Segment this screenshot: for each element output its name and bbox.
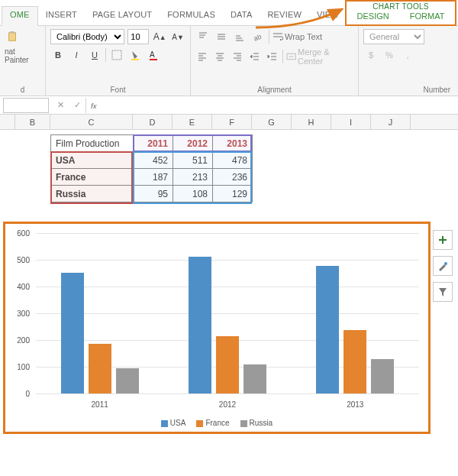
- italic-button[interactable]: I: [69, 47, 84, 63]
- percent-icon[interactable]: %: [382, 47, 397, 63]
- table-cell[interactable]: 129: [213, 186, 253, 202]
- chart-elements-button[interactable]: [433, 230, 453, 250]
- col-header[interactable]: I: [331, 115, 371, 129]
- col-header[interactable]: H: [292, 115, 331, 129]
- bar-france-2012[interactable]: [216, 336, 239, 393]
- tab-design[interactable]: DESIGN: [357, 11, 389, 21]
- table-corner[interactable]: Film Production: [51, 135, 134, 152]
- merge-center-button[interactable]: Merge & Center: [286, 47, 353, 66]
- accept-formula-icon[interactable]: ✓: [69, 100, 85, 110]
- svg-text:ab: ab: [253, 33, 263, 42]
- font-family-select[interactable]: Calibri (Body): [50, 29, 124, 44]
- decrease-font-icon[interactable]: A▼: [170, 29, 185, 44]
- bar-russia-2011[interactable]: [116, 368, 139, 393]
- borders-button[interactable]: [109, 47, 124, 63]
- table-cell[interactable]: 187: [134, 169, 173, 186]
- svg-marker-33: [250, 55, 252, 58]
- align-top-icon[interactable]: [195, 29, 211, 44]
- col-header[interactable]: G: [252, 115, 292, 129]
- align-right-icon[interactable]: [231, 49, 245, 64]
- increase-font-icon[interactable]: A▲: [152, 29, 167, 44]
- chart-filters-button[interactable]: [433, 282, 453, 302]
- table-row: France 187 213 236: [51, 169, 253, 186]
- col-header[interactable]: D: [133, 115, 173, 129]
- col-header[interactable]: B: [15, 115, 50, 129]
- decrease-indent-icon[interactable]: [247, 49, 262, 64]
- bar-russia-2013[interactable]: [371, 359, 394, 393]
- align-bottom-icon[interactable]: [232, 29, 247, 44]
- col-header[interactable]: E: [173, 115, 212, 129]
- name-box[interactable]: [3, 98, 49, 113]
- col-header[interactable]: C: [50, 115, 133, 129]
- table-year[interactable]: 2011: [134, 135, 173, 152]
- svg-text:A: A: [150, 50, 155, 59]
- worksheet-grid[interactable]: Film Production 2011 2012 2013 USA 452 5…: [0, 130, 458, 451]
- formula-input[interactable]: [105, 101, 458, 110]
- increase-indent-icon[interactable]: [265, 49, 279, 64]
- column-headers: B C D E F G H I J: [0, 115, 458, 130]
- bold-button[interactable]: B: [50, 47, 66, 63]
- row-label[interactable]: USA: [51, 152, 134, 169]
- align-left-icon[interactable]: [195, 49, 210, 64]
- tab-insert[interactable]: INSERT: [38, 7, 85, 25]
- col-header[interactable]: J: [371, 115, 411, 129]
- formula-bar: ✕ ✓ fx: [0, 96, 458, 115]
- col-header[interactable]: F: [212, 115, 252, 129]
- currency-icon[interactable]: $: [363, 47, 379, 63]
- legend-item-france[interactable]: France: [196, 419, 229, 427]
- ribbon-tabs: OME INSERT PAGE LAYOUT FORMULAS DATA REV…: [0, 0, 458, 26]
- bar-france-2011[interactable]: [89, 344, 111, 393]
- tab-formulas[interactable]: FORMULAS: [160, 7, 223, 25]
- x-tick-label: 2011: [36, 400, 163, 409]
- table-cell[interactable]: 236: [213, 169, 253, 186]
- paste-button[interactable]: [5, 29, 20, 44]
- fill-color-button[interactable]: [127, 47, 143, 63]
- legend-item-russia[interactable]: Russia: [240, 419, 273, 427]
- data-table: Film Production 2011 2012 2013 USA 452 5…: [50, 134, 253, 202]
- x-tick-label: 2013: [292, 400, 419, 409]
- number-format-select[interactable]: General: [363, 29, 424, 44]
- select-all-corner[interactable]: [0, 115, 15, 129]
- row-label[interactable]: France: [51, 169, 134, 186]
- align-center-icon[interactable]: [213, 49, 227, 64]
- row-label[interactable]: Russia: [51, 186, 134, 202]
- wrap-text-button[interactable]: Wrap Text: [273, 31, 322, 42]
- legend-item-usa[interactable]: USA: [161, 419, 186, 427]
- font-group-label: Font: [50, 84, 185, 94]
- cancel-formula-icon[interactable]: ✕: [52, 100, 69, 110]
- tab-home[interactable]: OME: [2, 6, 38, 26]
- bar-usa-2011[interactable]: [61, 273, 84, 393]
- table-cell[interactable]: 452: [134, 152, 173, 169]
- number-group-label: Number: [363, 84, 453, 94]
- table-row: USA 452 511 478: [51, 152, 253, 169]
- align-middle-icon[interactable]: [214, 29, 229, 44]
- table-cell[interactable]: 95: [134, 186, 173, 202]
- embedded-chart[interactable]: 0100200300400500600 201120122013 USAFran…: [3, 222, 431, 434]
- chart-legend[interactable]: USAFranceRussia: [5, 419, 428, 427]
- comma-icon[interactable]: ,: [400, 47, 415, 63]
- table-cell[interactable]: 511: [173, 152, 213, 169]
- format-painter-label[interactable]: nat Painter: [5, 47, 40, 64]
- bar-france-2013[interactable]: [344, 330, 366, 393]
- bar-russia-2012[interactable]: [244, 364, 266, 393]
- chart-plot-area[interactable]: [36, 233, 419, 393]
- ribbon-group-font: Calibri (Body) A▲ A▼ B I U A Font: [46, 26, 191, 96]
- separator: [282, 50, 283, 63]
- font-size-input[interactable]: [127, 29, 149, 44]
- underline-button[interactable]: U: [87, 47, 102, 63]
- table-year[interactable]: 2012: [173, 135, 213, 152]
- bar-usa-2012[interactable]: [189, 257, 211, 393]
- font-color-button[interactable]: A: [146, 47, 161, 63]
- table-year[interactable]: 2013: [213, 135, 253, 152]
- fx-icon[interactable]: fx: [91, 100, 102, 111]
- chart-styles-button[interactable]: [433, 256, 453, 276]
- table-cell[interactable]: 478: [213, 152, 253, 169]
- bar-usa-2013[interactable]: [316, 266, 339, 393]
- table-cell[interactable]: 108: [173, 186, 213, 202]
- tab-pagelayout[interactable]: PAGE LAYOUT: [85, 7, 160, 25]
- table-cell[interactable]: 213: [173, 169, 213, 186]
- chart-side-buttons: [433, 230, 453, 302]
- chart-y-axis: 0100200300400500600: [5, 233, 33, 393]
- ribbon-body: nat Painter d Calibri (Body) A▲ A▼ B I U…: [0, 26, 458, 96]
- tab-format[interactable]: FORMAT: [410, 11, 445, 21]
